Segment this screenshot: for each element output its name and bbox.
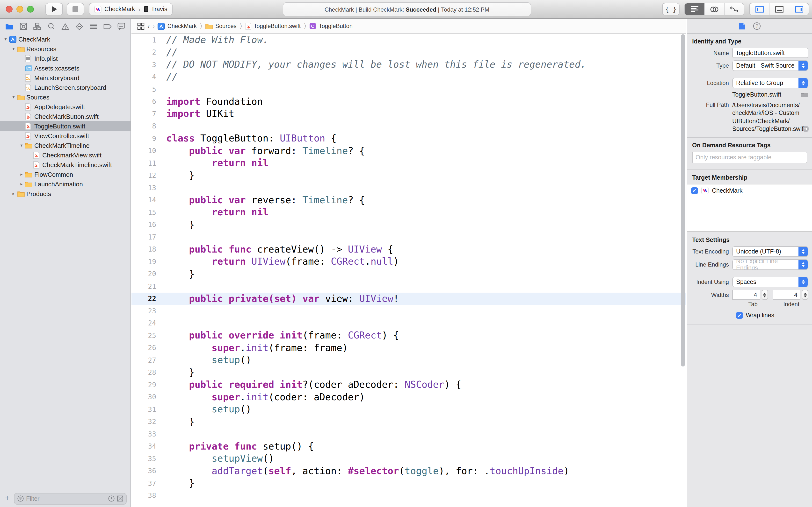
stop-button[interactable] — [67, 3, 84, 15]
tree-item-checkmark[interactable]: ▾CheckMark — [0, 34, 131, 44]
code-line-1[interactable]: 1// Made With Flow. — [132, 34, 686, 46]
name-field[interactable]: ToggleButton.swift — [732, 48, 808, 58]
code-line-34[interactable]: 34 private func setup() { — [132, 440, 686, 452]
tree-item-launchscreen-storyboard[interactable]: LaunchScreen.storyboard — [0, 82, 131, 92]
code-line-4[interactable]: 4// — [132, 71, 686, 83]
tree-item-sources[interactable]: ▾Sources — [0, 92, 131, 102]
toggle-debug-area-button[interactable] — [769, 3, 789, 15]
code-line-36[interactable]: 36 addTarget(self, action: #selector(tog… — [132, 465, 686, 477]
file-inspector-tab-icon[interactable] — [739, 22, 745, 30]
breadcrumb-item-checkmark[interactable]: CheckMark — [158, 22, 197, 30]
code-line-17[interactable]: 17 — [132, 231, 686, 243]
code-line-22[interactable]: 22 public private(set) var view: UIView! — [132, 292, 686, 305]
code-line-30[interactable]: 30 super.init(coder: aDecoder) — [132, 391, 686, 403]
breakpoint-navigator-icon[interactable] — [102, 21, 113, 32]
tree-item-main-storyboard[interactable]: Main.storyboard — [0, 73, 131, 82]
report-navigator-icon[interactable] — [116, 21, 126, 32]
type-dropdown[interactable]: Default - Swift Source — [732, 60, 808, 71]
indent-using-dropdown[interactable]: Spaces — [732, 277, 808, 287]
resource-tags-field[interactable]: Only resources are taggable — [692, 152, 807, 163]
disclosure-triangle-icon[interactable]: ▸ — [19, 172, 24, 177]
target-checkbox[interactable]: ✓ — [691, 187, 698, 194]
code-line-33[interactable]: 33 — [132, 428, 686, 440]
disclosure-triangle-icon[interactable]: ▾ — [11, 95, 16, 100]
search-navigator-icon[interactable] — [46, 21, 57, 32]
code-line-20[interactable]: 20 } — [132, 268, 686, 280]
code-line-28[interactable]: 28 } — [132, 366, 686, 379]
code-line-8[interactable]: 8 — [132, 120, 686, 132]
disclosure-triangle-icon[interactable]: ▸ — [19, 181, 24, 186]
code-line-6[interactable]: 6import Foundation — [132, 95, 686, 108]
text-encoding-dropdown[interactable]: Unicode (UTF-8) — [732, 246, 808, 257]
code-line-21[interactable]: 21 — [132, 280, 686, 292]
code-line-9[interactable]: 9class ToggleButton: UIButton { — [132, 132, 686, 145]
editor-scrollbar[interactable] — [681, 34, 685, 367]
code-line-2[interactable]: 2// — [132, 46, 686, 58]
code-line-13[interactable]: 13 — [132, 181, 686, 194]
close-window-button[interactable] — [6, 6, 12, 12]
tree-item-flowcommon[interactable]: ▸FlowCommon — [0, 169, 131, 179]
symbol-navigator-icon[interactable] — [32, 21, 43, 32]
code-line-5[interactable]: 5 — [132, 83, 686, 95]
tree-item-checkmarkview-swift[interactable]: CheckmarkView.swift — [0, 150, 131, 160]
indent-width-stepper[interactable] — [802, 290, 808, 300]
source-control-navigator-icon[interactable] — [18, 21, 29, 32]
disclosure-triangle-icon[interactable]: ▾ — [3, 37, 8, 42]
code-line-19[interactable]: 19 return UIView(frame: CGRect.null) — [132, 256, 686, 268]
tree-item-viewcontroller-swift[interactable]: ViewController.swift — [0, 131, 131, 140]
related-items-icon[interactable] — [137, 22, 145, 30]
tree-item-checkmarktimeline[interactable]: ▾CheckMarkTimeline — [0, 140, 131, 150]
tree-item-togglebutton-swift[interactable]: ToggleButton.swift — [0, 121, 131, 131]
scheme-selector[interactable]: CheckMark › Travis — [89, 3, 172, 15]
code-line-3[interactable]: 3// DO NOT MODIFY, your changes will be … — [132, 58, 686, 71]
breadcrumb-item-togglebutton-swift[interactable]: ToggleButton.swift — [246, 22, 301, 30]
version-editor-button[interactable] — [724, 3, 744, 15]
tree-item-products[interactable]: ▸Products — [0, 189, 131, 199]
zoom-window-button[interactable] — [27, 6, 34, 12]
debug-navigator-icon[interactable] — [88, 21, 99, 32]
go-forward-button[interactable]: › — [152, 22, 155, 30]
issue-navigator-icon[interactable] — [60, 21, 70, 32]
toggle-inspector-panel-button[interactable] — [789, 3, 809, 15]
library-button[interactable]: { } — [662, 3, 679, 15]
code-line-25[interactable]: 25 public override init(frame: CGRect) { — [132, 329, 686, 342]
line-endings-dropdown[interactable]: No Explicit Line Endings — [732, 259, 808, 270]
recents-clock-icon[interactable] — [108, 495, 114, 502]
code-line-16[interactable]: 16 } — [132, 219, 686, 231]
tree-item-resources[interactable]: ▾Resources — [0, 44, 131, 54]
quick-help-tab-icon[interactable]: ? — [753, 22, 761, 30]
code-line-37[interactable]: 37 } — [132, 477, 686, 489]
tab-width-field[interactable]: 4 — [732, 290, 760, 300]
source-control-filter-icon[interactable] — [117, 495, 123, 502]
disclosure-triangle-icon[interactable]: ▾ — [11, 46, 16, 51]
code-line-18[interactable]: 18 public func createView() -> UIView { — [132, 243, 686, 256]
code-line-23[interactable]: 23 — [132, 305, 686, 317]
tree-item-info-plist[interactable]: Info.plist — [0, 54, 131, 63]
code-line-35[interactable]: 35 setupView() — [132, 452, 686, 465]
location-dropdown[interactable]: Relative to Group — [732, 78, 808, 89]
code-line-11[interactable]: 11 return nil — [132, 157, 686, 169]
breadcrumb-item-togglebutton[interactable]: CToggleButton — [310, 23, 353, 30]
assistant-editor-button[interactable] — [704, 3, 724, 15]
code-area[interactable]: 1// Made With Flow.2//3// DO NOT MODIFY,… — [132, 34, 686, 507]
code-line-15[interactable]: 15 return nil — [132, 206, 686, 219]
tree-item-launchanimation[interactable]: ▸LaunchAnimation — [0, 179, 131, 189]
reveal-path-arrow-icon[interactable] — [802, 125, 809, 132]
code-line-14[interactable]: 14 public var reverse: Timeline? { — [132, 194, 686, 206]
code-line-32[interactable]: 32 } — [132, 415, 686, 428]
disclosure-triangle-icon[interactable]: ▸ — [11, 191, 16, 196]
indent-width-field[interactable]: 4 — [773, 290, 800, 300]
go-back-button[interactable]: ‹ — [147, 22, 150, 30]
standard-editor-button[interactable] — [685, 3, 704, 15]
code-line-38[interactable]: 38 — [132, 489, 686, 502]
code-line-31[interactable]: 31 setup() — [132, 403, 686, 415]
minimize-window-button[interactable] — [16, 6, 23, 12]
code-line-26[interactable]: 26 super.init(frame: frame) — [132, 342, 686, 354]
wrap-lines-checkbox[interactable]: ✓ — [736, 312, 743, 319]
code-line-7[interactable]: 7import UIKit — [132, 108, 686, 120]
code-line-10[interactable]: 10 public var forward: Timeline? { — [132, 145, 686, 157]
disclosure-triangle-icon[interactable]: ▾ — [19, 143, 24, 148]
code-line-27[interactable]: 27 setup() — [132, 354, 686, 366]
project-navigator-icon[interactable] — [4, 21, 14, 32]
test-navigator-icon[interactable] — [74, 21, 85, 32]
